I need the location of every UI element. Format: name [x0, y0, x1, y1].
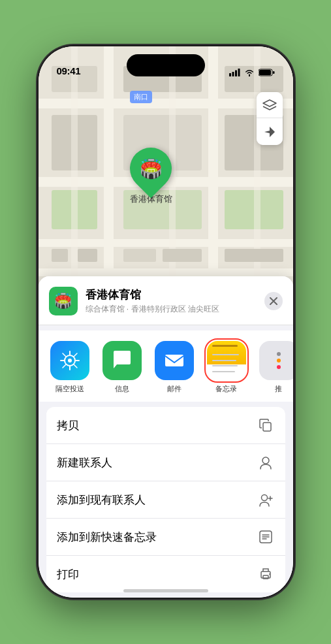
- map-label-text: 南口: [134, 93, 148, 101]
- notes-lines: [212, 349, 241, 376]
- messages-icon: [110, 349, 134, 372]
- airdrop-icon: [59, 349, 81, 372]
- airdrop-label: 隔空投送: [55, 384, 84, 394]
- svg-point-40: [269, 573, 270, 575]
- battery-icon: [259, 69, 275, 76]
- phone-frame: 09:41: [39, 46, 293, 598]
- svg-rect-30: [225, 249, 283, 262]
- svg-rect-39: [263, 575, 268, 579]
- svg-rect-28: [123, 249, 156, 262]
- place-header: 🏟️ 香港体育馆 综合体育馆 · 香港特别行政区 油尖旺区: [39, 276, 293, 325]
- place-subtitle: 综合体育馆 · 香港特别行政区 油尖旺区: [86, 304, 257, 315]
- mail-icon-wrap: [155, 341, 194, 380]
- svg-rect-34: [263, 423, 271, 431]
- close-button[interactable]: [264, 292, 283, 310]
- share-row: 隔空投送 信息: [39, 330, 293, 402]
- notes-label: 备忘录: [215, 384, 237, 394]
- pin-bubble: 🏟️: [121, 139, 181, 199]
- airdrop-icon-wrap: [50, 341, 89, 380]
- svg-rect-38: [261, 572, 270, 578]
- map-controls[interactable]: [257, 92, 283, 145]
- status-time: 09:41: [57, 65, 81, 76]
- dynamic-island: [127, 54, 205, 76]
- map-label: 南口: [130, 91, 152, 103]
- svg-rect-3: [238, 69, 240, 76]
- printer-icon: [257, 565, 275, 583]
- action-new-contact[interactable]: 新建联系人: [46, 444, 285, 481]
- action-copy[interactable]: 拷贝: [46, 407, 285, 444]
- action-print-text: 打印: [57, 567, 79, 582]
- map-layers-icon: [262, 99, 277, 111]
- person-add-icon: [257, 453, 275, 472]
- place-name: 香港体育馆: [86, 287, 257, 302]
- notes-line-1: [212, 345, 238, 347]
- svg-rect-5: [259, 70, 271, 75]
- more-label: 推: [275, 384, 282, 394]
- svg-point-32: [68, 359, 72, 362]
- action-copy-text: 拷贝: [57, 418, 79, 433]
- home-indicator: [123, 589, 208, 592]
- svg-rect-26: [52, 249, 68, 262]
- action-add-note-text: 添加到新快速备忘录: [57, 530, 157, 545]
- messages-icon-wrap: [102, 341, 142, 380]
- action-print[interactable]: 打印: [46, 556, 285, 592]
- place-icon: 🏟️: [49, 287, 78, 315]
- share-item-airdrop[interactable]: 隔空投送: [46, 341, 93, 394]
- svg-point-35: [262, 457, 269, 464]
- bottom-sheet: 🏟️ 香港体育馆 综合体育馆 · 香港特别行政区 油尖旺区: [39, 276, 293, 598]
- action-new-contact-text: 新建联系人: [57, 455, 112, 470]
- map-layers-button[interactable]: [257, 92, 283, 118]
- share-item-mail[interactable]: 邮件: [151, 341, 198, 394]
- close-icon: [270, 297, 277, 305]
- svg-rect-1: [232, 72, 234, 76]
- action-add-note[interactable]: 添加到新快速备忘录: [46, 519, 285, 556]
- action-add-contact-text: 添加到现有联系人: [57, 492, 146, 507]
- messages-label: 信息: [115, 384, 129, 394]
- svg-point-36: [261, 495, 267, 501]
- signal-icon: [229, 69, 240, 76]
- more-icon-wrap: [259, 341, 293, 380]
- status-icons: [229, 69, 275, 76]
- person-plus-icon: [257, 491, 275, 509]
- share-item-messages[interactable]: 信息: [99, 341, 146, 394]
- svg-rect-33: [165, 355, 183, 366]
- svg-rect-0: [229, 73, 231, 76]
- stadium-icon: 🏟️: [140, 158, 163, 180]
- location-arrow-icon: [264, 126, 276, 138]
- action-list: 拷贝 新建联系人: [46, 407, 285, 592]
- wifi-icon: [244, 69, 255, 76]
- notes-icon-wrap: [207, 341, 246, 380]
- svg-rect-27: [78, 249, 97, 262]
- action-add-contact[interactable]: 添加到现有联系人: [46, 481, 285, 519]
- location-pin: 🏟️ 香港体育馆: [130, 148, 172, 205]
- place-info: 香港体育馆 综合体育馆 · 香港特别行政区 油尖旺区: [86, 287, 257, 315]
- svg-rect-2: [235, 71, 237, 77]
- location-button[interactable]: [257, 119, 283, 145]
- mail-label: 邮件: [167, 384, 181, 394]
- share-item-notes[interactable]: 备忘录: [203, 341, 250, 394]
- note-add-icon: [257, 528, 275, 546]
- copy-icon: [257, 416, 275, 434]
- share-item-more[interactable]: 推: [255, 341, 293, 394]
- svg-rect-6: [273, 71, 275, 74]
- mail-icon: [163, 349, 186, 372]
- svg-rect-29: [163, 249, 202, 262]
